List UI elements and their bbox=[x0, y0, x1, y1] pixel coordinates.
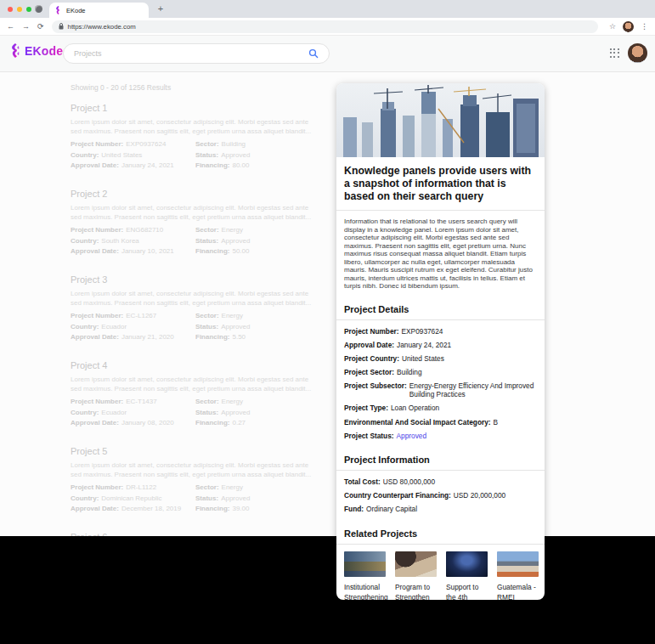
detail-row: Project Number:EXP0937624 bbox=[344, 327, 537, 336]
field-value: Energy bbox=[222, 398, 243, 405]
field-value: 5.50 bbox=[232, 333, 246, 341]
result-item[interactable]: Project 1 Lorem ipsum dolor sit amet, co… bbox=[71, 103, 319, 169]
result-title[interactable]: Project 2 bbox=[71, 189, 319, 199]
result-title[interactable]: Project 4 bbox=[71, 360, 319, 370]
related-thumbnail-forum bbox=[446, 551, 488, 577]
section-heading: Project Details bbox=[336, 298, 545, 320]
tab-strip-icon[interactable] bbox=[35, 5, 42, 13]
field-label: Sector: bbox=[195, 140, 219, 148]
field-label: Financing: bbox=[195, 247, 229, 255]
result-fields: Project Number:EC-L1267 Sector:Energy Co… bbox=[71, 312, 319, 341]
detail-row: Approval Date:January 24, 2021 bbox=[344, 341, 537, 349]
tab-title: EKode bbox=[66, 7, 86, 14]
browser-tab-strip: EKode + bbox=[0, 0, 655, 18]
section-heading: Related Projects bbox=[336, 523, 545, 545]
related-caption[interactable]: Guatemala - RMEI Regional Malaria Elim bbox=[497, 582, 539, 600]
field-label: Status: bbox=[195, 151, 218, 159]
field-label: Financing: bbox=[195, 161, 229, 169]
related-project-card[interactable]: Support to the 4th Ministerial Forum bbox=[446, 551, 488, 600]
back-icon[interactable]: ← bbox=[7, 23, 14, 31]
result-description: Lorem ipsum dolor sit amet, consectetur … bbox=[71, 375, 319, 393]
result-item[interactable]: Project 4 Lorem ipsum dolor sit amet, co… bbox=[71, 360, 319, 427]
field-value: 80.00 bbox=[232, 161, 249, 169]
field-label: Financing: bbox=[195, 505, 229, 512]
result-description: Lorem ipsum dolor sit amet, consectetur … bbox=[71, 289, 319, 308]
minimize-window-icon[interactable] bbox=[17, 7, 22, 12]
section-related-projects: Related Projects Institutional Strengthe… bbox=[336, 523, 545, 600]
field-label: Country: bbox=[71, 323, 99, 330]
field-label: Sector: bbox=[195, 312, 219, 319]
browser-actions: ☆ ⋮ bbox=[609, 21, 648, 32]
field-value: Approved bbox=[221, 323, 250, 330]
field-label: Country: bbox=[71, 409, 99, 416]
result-item[interactable]: Project 2 Lorem ipsum dolor sit amet, co… bbox=[71, 189, 319, 255]
search-input[interactable]: Projects bbox=[74, 49, 308, 58]
related-thumbnail-writing bbox=[395, 551, 437, 577]
field-value: DR-L1122 bbox=[126, 483, 156, 491]
ekode-logo-icon bbox=[10, 43, 21, 58]
related-thumbnail-guatemala bbox=[497, 551, 539, 577]
field-label: Sector: bbox=[195, 226, 219, 234]
field-value: Energy bbox=[222, 312, 243, 319]
user-avatar[interactable] bbox=[628, 43, 647, 63]
status-link[interactable]: Approved bbox=[397, 432, 537, 440]
field-label: Country: bbox=[71, 494, 99, 502]
detail-row: Project Sector:Building bbox=[344, 368, 537, 376]
related-thumbnail-meeting bbox=[344, 551, 386, 577]
field-label: Status: bbox=[195, 237, 218, 245]
reload-icon[interactable]: ⟳ bbox=[37, 23, 44, 31]
result-item[interactable]: Project 3 Lorem ipsum dolor sit amet, co… bbox=[71, 274, 319, 341]
related-caption[interactable]: Institutional Strengthening of COFIDE bbox=[344, 582, 386, 600]
info-row: Total Cost:USD 80,000,000 bbox=[344, 477, 537, 486]
related-caption[interactable]: Program to Strengthen the Tax Admin DR bbox=[395, 582, 437, 600]
new-tab-button[interactable]: + bbox=[155, 3, 167, 14]
field-value: EXP0937624 bbox=[126, 140, 166, 148]
result-fields: Project Number:ENG682710 Sector:Energy C… bbox=[71, 226, 319, 255]
result-item[interactable]: Project 5 Lorem ipsum dolor sit amet, co… bbox=[71, 446, 319, 512]
field-value: January 08, 2020 bbox=[121, 419, 174, 427]
related-caption[interactable]: Support to the 4th Ministerial Forum bbox=[446, 582, 488, 600]
field-label: Country: bbox=[71, 151, 99, 159]
field-value: Energy bbox=[222, 483, 243, 491]
results-page: Showing 0 - 20 of 1256 Results Project 1… bbox=[0, 72, 655, 536]
close-window-icon[interactable] bbox=[8, 7, 13, 12]
result-title[interactable]: Project 5 bbox=[71, 446, 319, 456]
window-controls bbox=[8, 7, 31, 12]
field-label: Approval Date: bbox=[71, 419, 119, 427]
brand-logo[interactable]: EKode bbox=[10, 43, 63, 58]
search-bar[interactable]: Projects bbox=[63, 43, 330, 64]
url-text: https://www.ekode.com bbox=[68, 23, 136, 31]
brand-name: EKode bbox=[25, 44, 63, 58]
result-title[interactable]: Project 3 bbox=[71, 274, 319, 285]
field-value: Ecuador bbox=[101, 323, 127, 330]
field-label: Project Number: bbox=[71, 483, 123, 491]
result-fields: Project Number:EC-T1437 Sector:Energy Co… bbox=[71, 398, 319, 427]
result-description: Lorem ipsum dolor sit amet, consectetur … bbox=[71, 460, 319, 479]
bookmark-star-icon[interactable]: ☆ bbox=[609, 22, 616, 31]
result-title[interactable]: Project 6 bbox=[71, 532, 319, 536]
field-label: Project Number: bbox=[71, 140, 123, 148]
browser-menu-icon[interactable]: ⋮ bbox=[641, 22, 648, 31]
address-bar[interactable]: https://www.ekode.com bbox=[52, 20, 598, 33]
field-label: Approval Date: bbox=[71, 505, 119, 512]
browser-tab-ekode[interactable]: EKode bbox=[49, 3, 149, 18]
field-label: Status: bbox=[195, 494, 218, 502]
related-project-card[interactable]: Program to Strengthen the Tax Admin DR bbox=[395, 551, 437, 600]
result-title[interactable]: Project 1 bbox=[71, 103, 319, 113]
field-value: South Korea bbox=[101, 237, 138, 245]
field-value: 50.00 bbox=[232, 247, 249, 255]
browser-profile-avatar[interactable] bbox=[623, 21, 634, 32]
field-value: Building bbox=[222, 140, 246, 148]
forward-icon[interactable]: → bbox=[22, 23, 30, 31]
related-project-card[interactable]: Institutional Strengthening of COFIDE bbox=[344, 551, 386, 600]
field-value: EC-T1437 bbox=[126, 398, 156, 405]
result-description: Lorem ipsum dolor sit amet, consectetur … bbox=[71, 117, 319, 136]
field-label: Country: bbox=[71, 237, 99, 245]
related-project-card[interactable]: Guatemala - RMEI Regional Malaria Elim bbox=[497, 551, 539, 600]
search-icon[interactable] bbox=[308, 48, 319, 59]
maximize-window-icon[interactable] bbox=[26, 7, 31, 12]
field-value: ENG682710 bbox=[126, 226, 163, 234]
apps-grid-icon[interactable] bbox=[610, 48, 619, 58]
screen: EKode + ← → ⟳ https://www.ekode.com ☆ ⋮ bbox=[0, 0, 655, 644]
result-item[interactable]: Project 6 Lorem ipsum dolor sit amet, co… bbox=[71, 532, 319, 536]
